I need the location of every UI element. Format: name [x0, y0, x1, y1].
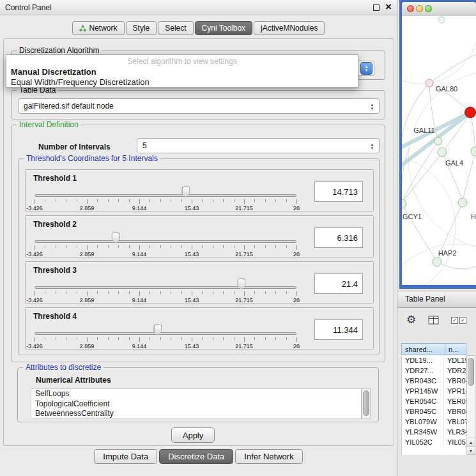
- tab-network[interactable]: Network: [72, 21, 125, 35]
- tick-mark: [160, 245, 161, 248]
- tick-mark: [45, 337, 45, 340]
- column-header[interactable]: n...: [445, 343, 466, 355]
- tab-style[interactable]: Style: [126, 21, 157, 35]
- tick-label: 15.43: [185, 205, 199, 211]
- network-canvas-area[interactable]: GAL80 GAL11 GAL4 GCY1 H HAP2: [402, 16, 476, 285]
- tick-mark: [254, 199, 255, 202]
- list-scrollbar[interactable]: [362, 388, 371, 419]
- tick-mark: [77, 337, 77, 340]
- combo-selected-value: galFiltered.sif default node: [24, 102, 114, 111]
- table-row[interactable]: YBR043CYBR04: [402, 376, 466, 386]
- columns-icon[interactable]: [428, 316, 439, 326]
- close-icon[interactable]: ×: [385, 1, 392, 13]
- threshold-label: Threshold 1: [33, 174, 77, 183]
- network-graph[interactable]: GAL80 GAL11 GAL4 GCY1 H HAP2: [402, 16, 476, 285]
- table-row[interactable]: YER054CYER05: [402, 396, 466, 406]
- threshold-slider[interactable]: -3.4262.8599.14415.4321.71528: [35, 231, 296, 257]
- tick-mark: [97, 199, 98, 202]
- numerical-attributes-list[interactable]: SelfLoopsTopologicalCoefficientBetweenne…: [31, 388, 362, 419]
- tick-mark: [213, 199, 213, 202]
- table-row[interactable]: YBR045CYBR04: [402, 406, 466, 417]
- tick-mark: [223, 245, 224, 248]
- number-of-intervals-combobox[interactable]: 5 ▲▼: [137, 138, 380, 153]
- tab-label: jActiveMNodules: [261, 24, 318, 33]
- slider-track[interactable]: [35, 194, 296, 197]
- checkbox-icon[interactable]: ✓: [451, 317, 458, 324]
- list-item[interactable]: BetweennessCentrality: [31, 409, 361, 419]
- tick-label: 28: [293, 297, 300, 303]
- zoom-light-icon[interactable]: [425, 5, 432, 12]
- slider-track[interactable]: [35, 286, 296, 289]
- tick-mark: [56, 337, 56, 340]
- tick-mark: [181, 291, 182, 294]
- tick-mark: [97, 291, 98, 294]
- threshold-value-field[interactable]: 11.344: [314, 319, 363, 340]
- tick-mark: [296, 245, 297, 250]
- tick-mark: [171, 291, 171, 294]
- tick-label: 9.144: [132, 205, 147, 211]
- tab-infer-network[interactable]: Infer Network: [235, 449, 302, 464]
- tick-mark: [66, 199, 66, 202]
- table-row[interactable]: YLR345WYLR34: [402, 427, 466, 437]
- close-light-icon[interactable]: [407, 5, 414, 12]
- tab-cyni-toolbox[interactable]: Cyni Toolbox: [195, 21, 252, 35]
- list-item[interactable]: SelfLoops: [31, 389, 361, 399]
- bottom-tab-bar: Impute DataDiscretize DataInfer Network: [0, 449, 397, 464]
- table-scrollbar[interactable]: ▲ ▼: [466, 355, 475, 455]
- slider-track[interactable]: [35, 332, 296, 335]
- slider-track[interactable]: [35, 240, 296, 243]
- table-cell: YPR14: [444, 386, 466, 396]
- network-window-titlebar[interactable]: [402, 2, 476, 16]
- tick-mark: [192, 199, 192, 204]
- threshold-value-field[interactable]: 6.316: [314, 227, 363, 248]
- slider-ticks: [35, 291, 296, 296]
- threshold-value-field[interactable]: 14.713: [314, 181, 363, 202]
- combo-stepper-icon[interactable]: ▲▼: [360, 62, 372, 75]
- combo-stepper-icon[interactable]: ▲▼: [368, 101, 376, 112]
- tab-jactivemnodules[interactable]: jActiveMNodules: [254, 21, 325, 35]
- tick-mark: [192, 291, 192, 296]
- column-header[interactable]: shared...: [401, 343, 445, 355]
- tick-label: -3.426: [26, 251, 43, 257]
- tab-label: Infer Network: [244, 452, 293, 461]
- tab-discretize-data[interactable]: Discretize Data: [159, 449, 233, 464]
- table-row[interactable]: YBL079WYBL07: [402, 417, 466, 427]
- combo-selected-value: 5: [142, 141, 147, 150]
- threshold-slider[interactable]: -3.4262.8599.14415.4321.71528: [35, 323, 296, 349]
- tick-mark: [286, 199, 287, 202]
- checkbox-icon[interactable]: ✓: [459, 317, 466, 324]
- network-view-frame[interactable]: GAL80 GAL11 GAL4 GCY1 H HAP2: [399, 0, 476, 289]
- threshold-slider[interactable]: -3.4262.8599.14415.4321.71528: [35, 277, 296, 303]
- table-row[interactable]: YDR27...YDR27: [402, 365, 466, 376]
- apply-button[interactable]: Apply: [171, 427, 215, 443]
- tab-impute-data[interactable]: Impute Data: [94, 449, 157, 464]
- scroll-up-icon[interactable]: ▲: [467, 438, 475, 446]
- dropdown-option-equal-width-frequency[interactable]: Equal Width/Frequency Discretization: [11, 77, 150, 87]
- interval-definition-group: Interval Definition Number of Intervals …: [11, 125, 385, 362]
- scrollbar-thumb[interactable]: [363, 390, 369, 416]
- table-row[interactable]: YIL052CYIL05: [402, 437, 466, 447]
- combo-stepper-icon[interactable]: ▲▼: [368, 141, 376, 151]
- tab-select[interactable]: Select: [158, 21, 193, 35]
- table-header-row: shared...n...: [401, 343, 466, 355]
- tick-mark: [56, 199, 56, 202]
- scrollbar-thumb[interactable]: [468, 358, 474, 386]
- list-item[interactable]: TopologicalCoefficient: [31, 399, 361, 410]
- table-data-combobox[interactable]: galFiltered.sif default node ▲▼: [18, 98, 380, 114]
- tick-mark: [171, 337, 171, 340]
- table-cell: YBL079W: [402, 417, 444, 427]
- tick-mark: [244, 337, 245, 342]
- table-cell: YLR345W: [402, 427, 444, 437]
- table-row[interactable]: YDL19...YDL19: [402, 355, 466, 365]
- threshold-slider[interactable]: -3.4262.8599.14415.4321.71528: [35, 185, 296, 211]
- tick-mark: [275, 245, 276, 248]
- minimize-light-icon[interactable]: [416, 5, 423, 12]
- table-row[interactable]: YPR145WYPR14: [402, 386, 466, 396]
- gear-icon[interactable]: ⚙: [406, 314, 416, 326]
- scroll-down-icon[interactable]: ▼: [467, 446, 475, 454]
- dropdown-option-manual-discretization[interactable]: Manual Discretization: [11, 67, 96, 77]
- dropdown-hint-text: Select algorithm to view settings: [6, 57, 358, 66]
- threshold-value-field[interactable]: 21.4: [314, 273, 363, 294]
- float-window-icon[interactable]: [373, 4, 380, 11]
- table-cell: YLR34: [444, 427, 466, 437]
